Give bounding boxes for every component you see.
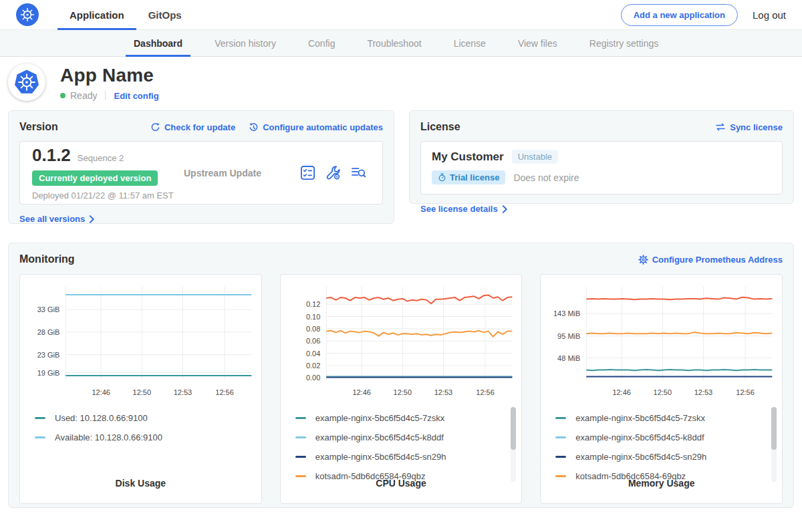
edit-config-link[interactable]: Edit config bbox=[114, 91, 158, 101]
svg-text:23 GiB: 23 GiB bbox=[37, 351, 60, 359]
sync-license-link[interactable]: Sync license bbox=[715, 122, 783, 132]
legend-scrollbar[interactable] bbox=[771, 407, 777, 482]
svg-text:12:56: 12:56 bbox=[476, 388, 495, 396]
license-card: License Sync license My Customer Unstabl… bbox=[409, 110, 794, 204]
subnav-tab-config[interactable]: Config bbox=[292, 30, 351, 56]
subnav-tab-dashboard[interactable]: Dashboard bbox=[118, 30, 198, 56]
svg-text:12:53: 12:53 bbox=[174, 388, 192, 396]
legend-label: Used: 10.128.0.66:9100 bbox=[55, 413, 148, 423]
chevron-right-icon bbox=[502, 205, 508, 213]
cards-row: Version Check for update Configure bbox=[8, 110, 794, 224]
legend-item: example-nginx-5bc6f5d4c5-sn29h bbox=[295, 447, 505, 467]
status-ready-dot bbox=[60, 93, 65, 98]
configure-prometheus-label: Configure Prometheus Address bbox=[652, 255, 783, 265]
status-divider bbox=[105, 91, 106, 100]
svg-text:95 MiB: 95 MiB bbox=[557, 332, 580, 340]
chart-plot-area: 12:4612:5012:5312:5619 GiB23 GiB28 GiB33… bbox=[20, 281, 261, 404]
version-card-header: Version Check for update Configure bbox=[19, 121, 383, 133]
license-card-footer: See license details bbox=[420, 203, 783, 215]
legend-color-dash bbox=[555, 436, 566, 438]
monitoring-header: Monitoring Configure Prometheus Address bbox=[19, 253, 783, 265]
deployed-timestamp: Deployed 01/21/22 @ 11:57 am EST bbox=[32, 190, 176, 201]
version-card-title: Version bbox=[19, 121, 58, 133]
legend-scrollbar[interactable] bbox=[511, 407, 516, 482]
cpu-usage-chart-card: 12:4612:5012:5312:560.000.020.040.060.08… bbox=[280, 274, 523, 504]
top-navbar: Application GitOps Add a new application… bbox=[0, 0, 802, 30]
svg-text:143 MiB: 143 MiB bbox=[553, 309, 580, 317]
page-title: App Name bbox=[60, 65, 159, 86]
subnav-tab-troubleshoot[interactable]: Troubleshoot bbox=[351, 30, 437, 56]
version-info: 0.1.2 Sequence 2 Currently deployed vers… bbox=[32, 145, 176, 201]
topbar-spacer bbox=[194, 0, 621, 29]
license-type-row: Trial license Does not expire bbox=[432, 170, 771, 184]
chart-title: Memory Usage bbox=[541, 478, 782, 489]
legend-label: example-nginx-5bc6f5d4c5-sn29h bbox=[315, 452, 446, 462]
legend-item: example-nginx-5bc6f5d4c5-7zskx bbox=[295, 408, 505, 428]
trial-license-badge: Trial license bbox=[432, 170, 505, 184]
legend-scrollbar-thumb[interactable] bbox=[511, 407, 516, 450]
subnav-tab-view-files-label: View files bbox=[518, 38, 557, 49]
kubernetes-logo-icon bbox=[16, 3, 39, 26]
view-diff-icon[interactable] bbox=[351, 165, 366, 180]
svg-text:12:50: 12:50 bbox=[133, 388, 152, 396]
legend-item: example-nginx-5bc6f5d4c5-7zskx bbox=[555, 408, 765, 428]
stopwatch-icon bbox=[438, 173, 446, 182]
chevron-right-icon bbox=[89, 215, 95, 223]
version-card: Version Check for update Configure bbox=[8, 110, 394, 224]
channel-badge: Unstable bbox=[512, 150, 558, 164]
subnav-tab-version-history-label: Version history bbox=[215, 38, 276, 49]
legend-color-dash bbox=[555, 417, 566, 419]
preflight-checklist-icon[interactable] bbox=[300, 165, 315, 180]
legend-item: example-nginx-5bc6f5d4c5-sn29h bbox=[555, 447, 765, 467]
gear-icon bbox=[638, 255, 648, 265]
chart-title: Disk Usage bbox=[20, 478, 261, 489]
configure-automatic-updates-link[interactable]: Configure automatic updates bbox=[249, 122, 383, 132]
add-new-application-button[interactable]: Add a new application bbox=[621, 4, 738, 26]
config-wrench-icon[interactable] bbox=[325, 165, 341, 180]
trial-license-label: Trial license bbox=[450, 172, 499, 182]
svg-text:0.08: 0.08 bbox=[306, 325, 320, 333]
legend-item: Available: 10.128.0.66:9100 bbox=[35, 428, 244, 447]
svg-text:12:56: 12:56 bbox=[215, 388, 234, 396]
clock-refresh-icon bbox=[249, 122, 259, 132]
subnav-tab-registry-settings[interactable]: Registry settings bbox=[573, 30, 674, 56]
legend-label: Available: 10.128.0.66:9100 bbox=[55, 432, 162, 442]
svg-text:12:46: 12:46 bbox=[613, 388, 632, 396]
license-expiry: Does not expire bbox=[513, 172, 579, 183]
version-number: 0.1.2 bbox=[32, 145, 71, 166]
version-sequence: Sequence 2 bbox=[78, 153, 124, 163]
svg-text:28 GiB: 28 GiB bbox=[37, 328, 60, 336]
tab-application[interactable]: Application bbox=[57, 0, 136, 29]
refresh-icon bbox=[150, 122, 160, 132]
check-for-update-link[interactable]: Check for update bbox=[150, 122, 235, 132]
version-action-icons bbox=[300, 165, 370, 180]
app-status-row: Ready Edit config bbox=[60, 90, 159, 101]
legend-label: example-nginx-5bc6f5d4c5-7zskx bbox=[315, 413, 445, 423]
tab-gitops[interactable]: GitOps bbox=[136, 0, 194, 29]
customer-row: My Customer Unstable bbox=[432, 150, 771, 164]
svg-text:48 MiB: 48 MiB bbox=[557, 354, 580, 362]
check-for-update-label: Check for update bbox=[164, 122, 235, 132]
legend-color-dash bbox=[295, 436, 306, 438]
see-all-versions-link[interactable]: See all versions bbox=[19, 214, 95, 224]
legend-color-dash bbox=[555, 475, 566, 477]
see-license-details-link[interactable]: See license details bbox=[420, 204, 508, 214]
svg-text:12:53: 12:53 bbox=[694, 388, 713, 396]
legend-item: example-nginx-5bc6f5d4c5-k8ddf bbox=[295, 428, 505, 447]
svg-text:12:56: 12:56 bbox=[737, 388, 755, 396]
subnav-tab-version-history[interactable]: Version history bbox=[198, 30, 292, 56]
currently-deployed-badge: Currently deployed version bbox=[32, 170, 158, 186]
subnav-tab-license-label: License bbox=[454, 38, 486, 49]
subnav-tab-view-files[interactable]: View files bbox=[502, 30, 573, 56]
legend-color-dash bbox=[295, 475, 306, 477]
subnav-tab-troubleshoot-label: Troubleshoot bbox=[367, 38, 421, 49]
license-card-title: License bbox=[420, 121, 460, 133]
svg-text:0.12: 0.12 bbox=[306, 300, 320, 308]
see-all-versions-label: See all versions bbox=[19, 214, 85, 224]
configure-prometheus-link[interactable]: Configure Prometheus Address bbox=[638, 255, 783, 265]
legend-scrollbar-thumb[interactable] bbox=[771, 407, 777, 450]
subnav-tab-registry-settings-label: Registry settings bbox=[589, 38, 658, 49]
legend-color-dash bbox=[35, 417, 45, 419]
subnav-tab-license[interactable]: License bbox=[438, 30, 502, 56]
logout-button[interactable]: Log out bbox=[753, 9, 786, 21]
